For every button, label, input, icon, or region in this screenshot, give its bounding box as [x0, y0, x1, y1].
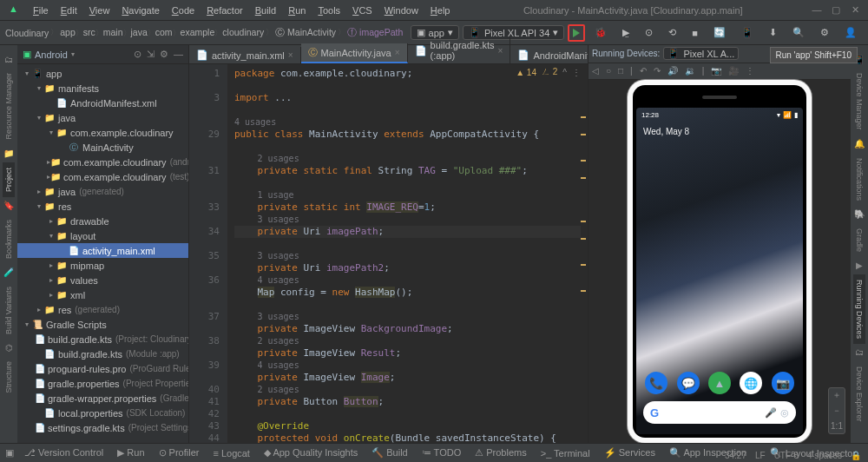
- hide-panel-icon[interactable]: —: [174, 49, 183, 60]
- tree-node[interactable]: ▸ 📁 res(generated): [17, 302, 188, 317]
- select-opened-file-icon[interactable]: ⊙: [134, 49, 141, 60]
- menu-window[interactable]: Window: [379, 3, 424, 17]
- breadcrumb-item[interactable]: main: [103, 27, 123, 37]
- tree-node[interactable]: ▾ 📁 res: [17, 199, 188, 214]
- code[interactable]: package com.example.cloudinary; import .…: [227, 64, 588, 443]
- tree-node[interactable]: ▾ 📁 com.example.cloudinary: [17, 125, 188, 140]
- statusbar-app-quality-insights[interactable]: ◆ App Quality Insights: [257, 447, 365, 459]
- left-tab-build-variants[interactable]: Build Variants: [3, 281, 15, 340]
- tool-window-toggle[interactable]: ▣: [5, 447, 14, 459]
- maximize-button[interactable]: ▢: [830, 4, 842, 16]
- running-device-tab[interactable]: 📱 Pixel XL A...: [663, 47, 739, 60]
- phone-screen[interactable]: 12:28 ▾ 📶 ▮ Wed, May 8 📞💬▲🌐📷 G: [636, 108, 803, 434]
- record-button[interactable]: 🎥: [728, 66, 739, 76]
- close-icon[interactable]: ×: [288, 50, 293, 60]
- breadcrumb-item[interactable]: cloudinary: [222, 27, 264, 37]
- left-tab-project[interactable]: Project: [3, 162, 15, 197]
- tree-node[interactable]: ▸ 📁 drawable: [17, 214, 188, 228]
- statusbar-profiler[interactable]: ⊙ Profiler: [152, 447, 207, 459]
- right-tab-running-devices[interactable]: Running Devices: [853, 274, 865, 344]
- breadcrumb-project[interactable]: Cloudinary: [5, 28, 49, 38]
- search-bar[interactable]: G 🎤 ◎: [643, 401, 796, 424]
- search-everywhere-button[interactable]: 🔍: [786, 24, 811, 41]
- tree-node[interactable]: ▾ 📜 Gradle Scripts: [17, 317, 188, 332]
- overview-button[interactable]: □: [618, 66, 623, 76]
- tree-node[interactable]: ▾ 📁 manifests: [17, 81, 188, 96]
- menu-navigate[interactable]: Navigate: [116, 3, 164, 17]
- expand-all-icon[interactable]: ⇲: [147, 49, 155, 60]
- tree-node[interactable]: 📄 gradle-wrapper.properties(Gradle Versi…: [17, 391, 188, 406]
- settings-button[interactable]: ⚙: [814, 24, 835, 41]
- profile-button[interactable]: ⊙: [639, 24, 659, 41]
- more-button[interactable]: ⋮: [746, 66, 754, 76]
- tree-node[interactable]: 📄 activity_main.xml: [17, 243, 188, 258]
- tree-node[interactable]: ▸ 📁 values: [17, 273, 188, 287]
- avd-button[interactable]: 📱: [735, 24, 760, 41]
- statusbar-logcat[interactable]: ≡ Logcat: [206, 447, 257, 459]
- breadcrumb-item[interactable]: example: [181, 27, 215, 37]
- statusbar-build[interactable]: 🔨 Build: [365, 447, 415, 459]
- rotate-left-button[interactable]: ↶: [640, 66, 647, 76]
- rotate-right-button[interactable]: ↷: [654, 66, 661, 76]
- menu-view[interactable]: View: [84, 3, 115, 17]
- home-button[interactable]: ○: [606, 66, 611, 76]
- emulator-stage[interactable]: 12:28 ▾ 📶 ▮ Wed, May 8 📞💬▲🌐📷 G: [589, 80, 851, 443]
- tree-node[interactable]: ▾ 📱 app: [17, 66, 188, 81]
- back-button[interactable]: ◁: [592, 66, 599, 76]
- statusbar-run[interactable]: ▶ Run: [110, 447, 151, 459]
- editor-tab[interactable]: 📄 build.gradle.kts (:app) ×: [408, 37, 511, 63]
- zoom-in-button[interactable]: ＋: [829, 388, 845, 402]
- menu-run[interactable]: Run: [283, 3, 311, 17]
- status-indicator[interactable]: 34:27: [725, 451, 746, 460]
- editor-tab[interactable]: Ⓒ MainActivity.java ×: [301, 43, 408, 63]
- tree-node[interactable]: 📄 proguard-rules.pro(ProGuard Rules for …: [17, 361, 188, 376]
- tree-node[interactable]: 📄 local.properties(SDK Location): [17, 406, 188, 420]
- warnings-count[interactable]: ▲ 14: [516, 68, 536, 77]
- left-tab-structure[interactable]: Structure: [3, 356, 15, 399]
- screenshot-button[interactable]: 📷: [711, 66, 721, 76]
- statusbar-terminal[interactable]: >_ Terminal: [534, 447, 597, 459]
- debug-button[interactable]: 🐞: [589, 24, 613, 41]
- volume-up-button[interactable]: 🔊: [667, 66, 678, 76]
- run-button[interactable]: [568, 24, 585, 42]
- inspection-more-icon[interactable]: ^: [562, 68, 567, 77]
- breadcrumb-item[interactable]: app: [60, 27, 76, 37]
- app-icon[interactable]: 🌐: [740, 372, 762, 394]
- tree-node[interactable]: 📄 settings.gradle.kts(Project Settings): [17, 420, 188, 435]
- tree-node[interactable]: 📄 gradle.properties(Project Properties): [17, 376, 188, 391]
- menu-refactor[interactable]: Refactor: [201, 3, 248, 17]
- statusbar-services[interactable]: ⚡ Services: [597, 447, 662, 459]
- menu-help[interactable]: Help: [425, 3, 456, 17]
- menu-build[interactable]: Build: [250, 3, 281, 17]
- status-indicator[interactable]: UTF-8: [774, 451, 799, 460]
- tree-node[interactable]: ▸ 📁 java(generated): [17, 184, 188, 199]
- breadcrumb-item[interactable]: src: [83, 27, 95, 37]
- menu-code[interactable]: Code: [167, 3, 200, 17]
- breadcrumb-class[interactable]: Ⓒ MainActivity: [275, 27, 336, 39]
- minimize-button[interactable]: —: [811, 4, 823, 16]
- right-tab-gradle[interactable]: Gradle: [853, 223, 865, 257]
- sdk-button[interactable]: ⬇: [763, 24, 783, 41]
- memory-indicator[interactable]: 🔒: [851, 451, 861, 460]
- breadcrumb-field[interactable]: ⓕ imagePath: [347, 27, 403, 39]
- project-settings-icon[interactable]: ⚙: [160, 49, 168, 60]
- project-tree[interactable]: ▾ 📱 app ▾ 📁 manifests 📄 AndroidManifest.…: [17, 64, 188, 443]
- left-tab-resource-manager[interactable]: Resource Manager: [3, 68, 15, 145]
- status-indicator[interactable]: LF: [755, 451, 766, 460]
- menu-file[interactable]: File: [28, 3, 54, 17]
- project-view-mode[interactable]: Android: [35, 50, 68, 60]
- tree-node[interactable]: ▾ 📁 java: [17, 110, 188, 125]
- menu-vcs[interactable]: VCS: [347, 3, 378, 17]
- zoom-out-button[interactable]: －: [829, 404, 845, 418]
- tree-node[interactable]: ▸ 📁 com.example.cloudinary(test): [17, 169, 188, 184]
- inspection-widget[interactable]: ▲ 14 ㄥ 2 ^ ⋮: [516, 66, 581, 78]
- sync-button[interactable]: 🔄: [707, 24, 732, 41]
- app-icon[interactable]: 📷: [772, 372, 794, 394]
- breadcrumb-item[interactable]: java: [131, 27, 148, 37]
- zoom-fit-button[interactable]: 1:1: [829, 419, 845, 433]
- lens-icon[interactable]: ◎: [780, 407, 789, 419]
- account-button[interactable]: 👤: [838, 24, 863, 41]
- tree-node[interactable]: ▸ 📁 com.example.cloudinary(androidTest): [17, 155, 188, 169]
- tree-node[interactable]: ▾ 📁 layout: [17, 228, 188, 243]
- right-tab-device-manager[interactable]: Device Manager: [853, 68, 865, 135]
